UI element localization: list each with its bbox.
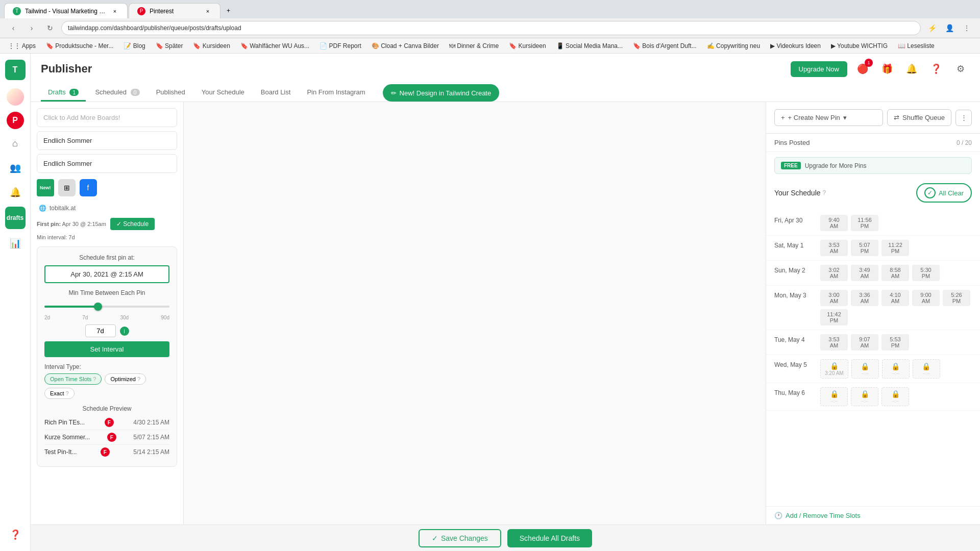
- slot-locked-5-0[interactable]: 🔒3:20 AM: [820, 359, 848, 379]
- create-pin-btn[interactable]: + + Create New Pin ▾: [774, 109, 883, 126]
- add-time-slots-btn[interactable]: 🕐 Add / Remove Time Slots: [766, 506, 980, 524]
- help-icon[interactable]: ❓: [927, 60, 945, 78]
- new-tab-btn[interactable]: +: [222, 3, 240, 18]
- tab-published[interactable]: Published: [149, 84, 192, 102]
- design-btn[interactable]: ✏ New! Design in Tailwind Create: [383, 84, 500, 102]
- forward-btn[interactable]: ›: [24, 21, 39, 35]
- bookmark-copywriting[interactable]: ✍ Copywriting neu: [705, 41, 762, 51]
- close-pinterest-tab[interactable]: ×: [204, 7, 212, 15]
- bookmark-kursideen1[interactable]: 🔖 Kursideen: [191, 41, 232, 51]
- tab-scheduled[interactable]: Scheduled 0: [88, 84, 146, 102]
- extensions-icon[interactable]: ⚡: [925, 21, 939, 35]
- bookmark-videokurs[interactable]: ▶ Videokurs Ideen: [768, 41, 823, 51]
- schedule-datetime-input[interactable]: [44, 265, 169, 283]
- slot-2-3[interactable]: 5:30PM: [912, 265, 940, 281]
- slot-1-0[interactable]: 3:53AM: [820, 240, 848, 256]
- shuffle-btn[interactable]: ⇄ Shuffle Queue: [887, 109, 951, 126]
- social-icon-grid[interactable]: ⊞: [58, 179, 76, 196]
- settings-icon[interactable]: ⚙: [951, 60, 970, 78]
- bell-icon[interactable]: 🔔: [902, 60, 921, 78]
- slot-3-3[interactable]: 9:00AM: [912, 290, 940, 306]
- tab-tailwind-label: Tailwind - Visual Marketing Suite...: [25, 8, 107, 15]
- notification-btn[interactable]: 🔴 1: [853, 60, 872, 78]
- bookmark-social[interactable]: 📱 Social Media Mana...: [554, 41, 625, 51]
- bookmark-pdf[interactable]: 📄 PDF Report: [317, 41, 363, 51]
- menu-icon[interactable]: ⋮: [960, 21, 974, 35]
- slot-locked-6-0[interactable]: 🔒--:--: [820, 387, 848, 406]
- slot-locked-5-2[interactable]: 🔒--:--: [882, 359, 910, 379]
- slot-locked-5-3[interactable]: 🔒--:--: [913, 359, 940, 379]
- save-changes-btn[interactable]: ✓ Save Changes: [419, 529, 501, 547]
- all-clear-btn[interactable]: ✓ All Clear: [916, 183, 972, 203]
- slot-3-4[interactable]: 5:26PM: [943, 290, 970, 306]
- slot-3-2[interactable]: 4:10AM: [881, 290, 909, 306]
- gift-icon[interactable]: 🎁: [878, 60, 896, 78]
- social-icon-facebook[interactable]: f: [80, 179, 97, 196]
- website-link[interactable]: 🌐 tobitalk.at: [37, 203, 177, 214]
- address-bar[interactable]: tailwindapp.com/dashboard/publisher/queu…: [61, 21, 921, 35]
- pinterest-avatar[interactable]: P: [7, 112, 24, 129]
- tab-tailwind[interactable]: T Tailwind - Visual Marketing Suite... ×: [4, 3, 128, 18]
- slot-4-2[interactable]: 5:53PM: [881, 334, 909, 350]
- bookmark-produktsuche[interactable]: 🔖 Produktsuche - Mer...: [44, 41, 115, 51]
- slot-0-0[interactable]: 9:40AM: [820, 215, 848, 231]
- bookmark-dinner[interactable]: 🍽 Dinner & Crime: [447, 41, 501, 51]
- sidebar-help-icon[interactable]: ❓: [5, 524, 26, 545]
- refresh-btn[interactable]: ↻: [43, 21, 57, 35]
- slot-locked-6-2[interactable]: 🔒--:--: [881, 387, 909, 406]
- day-label-5: Wed, May 5: [774, 359, 815, 368]
- board-add-more[interactable]: Click to Add More Boards!: [37, 108, 177, 127]
- bookmark-bois[interactable]: 🔖 Bois d'Argent Duft...: [631, 41, 699, 51]
- type-open-btn[interactable]: Open Time Slots ?: [44, 373, 102, 385]
- bookmark-youtube[interactable]: ▶ Youtube WICHTIG: [829, 41, 890, 51]
- slot-locked-6-1[interactable]: 🔒--:--: [851, 387, 878, 406]
- upgrade-btn[interactable]: Upgrade Now: [791, 61, 848, 77]
- user-avatar[interactable]: [7, 88, 24, 106]
- upgrade-text[interactable]: Upgrade for More Pins: [805, 162, 867, 169]
- interval-slider[interactable]: [44, 300, 169, 313]
- tab-your-schedule[interactable]: Your Schedule: [194, 84, 252, 102]
- board-item-2[interactable]: Endlich Sommer: [37, 154, 177, 173]
- more-options-btn[interactable]: ⋮: [955, 110, 972, 126]
- tab-pin-from-instagram[interactable]: Pin From Instagram: [300, 84, 372, 102]
- bookmark-blog[interactable]: 📝 Blog: [121, 41, 147, 51]
- back-btn[interactable]: ‹: [6, 21, 20, 35]
- slot-3-5[interactable]: 11:42PM: [820, 309, 848, 325]
- interval-value-input[interactable]: [85, 324, 116, 337]
- profile-icon[interactable]: 👤: [942, 21, 957, 35]
- slot-4-1[interactable]: 9:07AM: [851, 334, 878, 350]
- sidebar-users-icon[interactable]: 👥: [5, 158, 26, 178]
- board-item-1[interactable]: Endlich Sommer: [37, 131, 177, 150]
- set-interval-btn[interactable]: Set Interval: [44, 341, 169, 357]
- slot-1-1[interactable]: 5:07PM: [851, 240, 878, 256]
- schedule-all-btn[interactable]: Schedule All Drafts: [507, 529, 592, 547]
- type-optimized-btn[interactable]: Optimized ?: [105, 373, 146, 385]
- slot-2-0[interactable]: 3:02AM: [820, 265, 848, 281]
- bookmark-kursideen2[interactable]: 🔖 Kursideen: [507, 41, 548, 51]
- app-logo[interactable]: T: [5, 60, 26, 80]
- slot-0-1[interactable]: 11:56PM: [851, 215, 878, 231]
- schedule-btn[interactable]: ✓ Schedule: [110, 218, 155, 230]
- sidebar-new-badge[interactable]: drafts: [5, 207, 26, 229]
- sidebar-chart-icon[interactable]: 📊: [5, 233, 26, 254]
- close-tailwind-tab[interactable]: ×: [111, 7, 119, 15]
- tab-drafts[interactable]: Drafts 1: [41, 84, 86, 102]
- slot-3-0[interactable]: 3:00AM: [820, 290, 848, 306]
- slot-4-0[interactable]: 3:53AM: [820, 334, 848, 350]
- bookmark-wahlfacher[interactable]: 🔖 Wahlfächer WU Aus...: [238, 41, 311, 51]
- sidebar-home-icon[interactable]: ⌂: [5, 133, 26, 154]
- bookmark-apps[interactable]: ⋮⋮ Apps: [6, 41, 38, 51]
- sidebar-bell-icon[interactable]: 🔔: [5, 182, 26, 203]
- interval-info-icon[interactable]: i: [120, 327, 129, 336]
- bookmark-lese[interactable]: 📖 Lesesliste: [896, 41, 937, 51]
- bookmark-später[interactable]: 🔖 Später: [154, 41, 185, 51]
- type-exact-btn[interactable]: Exact ?: [44, 388, 75, 399]
- slot-locked-5-1[interactable]: 🔒--:--: [851, 359, 879, 379]
- slot-1-2[interactable]: 11:22PM: [881, 240, 909, 256]
- slot-3-1[interactable]: 3:36AM: [851, 290, 878, 306]
- tab-pinterest[interactable]: P Pinterest ×: [129, 3, 220, 18]
- tab-board-list[interactable]: Board List: [254, 84, 298, 102]
- slot-2-1[interactable]: 3:49AM: [851, 265, 878, 281]
- bookmark-canva[interactable]: 🎨 Cload + Canva Bilder: [370, 41, 441, 51]
- slot-2-2[interactable]: 8:58AM: [881, 265, 909, 281]
